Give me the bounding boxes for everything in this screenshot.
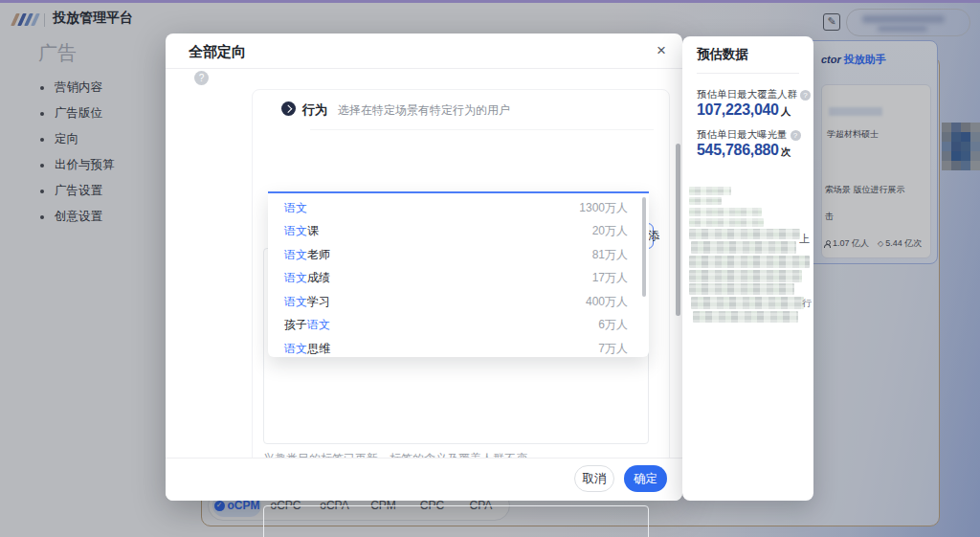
behavior-section-label: 行为 [302, 101, 327, 119]
option-name: 语文思维 [284, 341, 330, 357]
option-name: 语文学习 [284, 294, 330, 310]
targeting-modal: 全部定向 × ? 行为 选择在特定场景有特定行为的用户 兴趣 语文 + 批量添加… [166, 34, 682, 501]
modal-title: 全部定向 [189, 43, 246, 61]
estimate-panel-title: 预估数据 [697, 46, 748, 63]
chevron-right-icon[interactable] [281, 101, 296, 116]
estimate-panel: 预估数据 预估单日最大覆盖人群? 107,223,040人 预估单日最大曝光量?… [682, 36, 813, 501]
interest-option[interactable]: 语文成绩17万人 [268, 267, 649, 291]
help-icon[interactable]: ? [800, 90, 811, 101]
redacted-block [689, 197, 722, 205]
option-audience-count: 81万人 [592, 247, 628, 263]
option-name: 语文成绩 [284, 270, 330, 286]
option-audience-count: 20万人 [592, 223, 628, 239]
option-name: 语文课 [284, 223, 319, 239]
redacted-block [689, 208, 762, 216]
redacted-block [689, 218, 764, 227]
redacted-block [689, 229, 800, 239]
help-icon[interactable]: ? [791, 130, 801, 141]
option-audience-count: 6万人 [598, 317, 628, 333]
interest-option[interactable]: 语文学习400万人 [268, 290, 649, 314]
redacted-block [691, 297, 804, 309]
metric-value: 107,223,040人 [697, 101, 791, 119]
section-divider [310, 129, 654, 130]
close-icon[interactable]: × [657, 42, 666, 59]
interest-option[interactable]: 语文老师81万人 [268, 243, 649, 267]
redacted-block [689, 283, 794, 295]
redacted-block [693, 311, 798, 323]
text-fragment: 上 [799, 232, 810, 246]
option-audience-count: 1300万人 [579, 200, 628, 216]
dropdown-scrollbar[interactable] [642, 197, 646, 297]
panel-divider [697, 73, 799, 74]
interest-search-dropdown: 语文1300万人语文课20万人语文老师81万人语文成绩17万人语文学习400万人… [268, 191, 649, 357]
option-audience-count: 7万人 [598, 341, 628, 357]
option-audience-count: 400万人 [586, 294, 628, 310]
interest-option[interactable]: 语文课20万人 [268, 220, 649, 244]
option-name: 语文老师 [284, 247, 330, 263]
interest-option[interactable]: 语文1300万人 [268, 196, 649, 220]
behavior-section-desc: 选择在特定场景有特定行为的用户 [338, 102, 510, 119]
metric-label: 预估单日最大曝光量? [697, 128, 801, 142]
modal-scrollbar[interactable] [676, 144, 680, 316]
redacted-block [691, 241, 796, 254]
redacted-block [689, 256, 810, 268]
metric-value: 545,786,880次 [697, 142, 791, 159]
metric-label: 预估单日最大覆盖人群? [697, 88, 811, 101]
text-fragment: 行 [802, 297, 812, 310]
redacted-block [689, 270, 802, 282]
interest-option[interactable]: 孩子语文6万人 [268, 314, 649, 338]
help-icon[interactable]: ? [194, 71, 209, 85]
modal-header: 全部定向 × [166, 34, 682, 69]
option-audience-count: 17万人 [592, 270, 628, 286]
option-name: 孩子语文 [284, 317, 330, 333]
redacted-block [689, 187, 731, 195]
interest-option[interactable]: 语文思维7万人 [268, 337, 649, 361]
option-name: 语文 [284, 200, 307, 216]
cancel-button[interactable]: 取消 [574, 465, 614, 492]
confirm-button[interactable]: 确定 [624, 465, 667, 492]
modal-footer: 取消 确定 [166, 458, 682, 501]
intent-selection-box[interactable] [263, 505, 649, 537]
